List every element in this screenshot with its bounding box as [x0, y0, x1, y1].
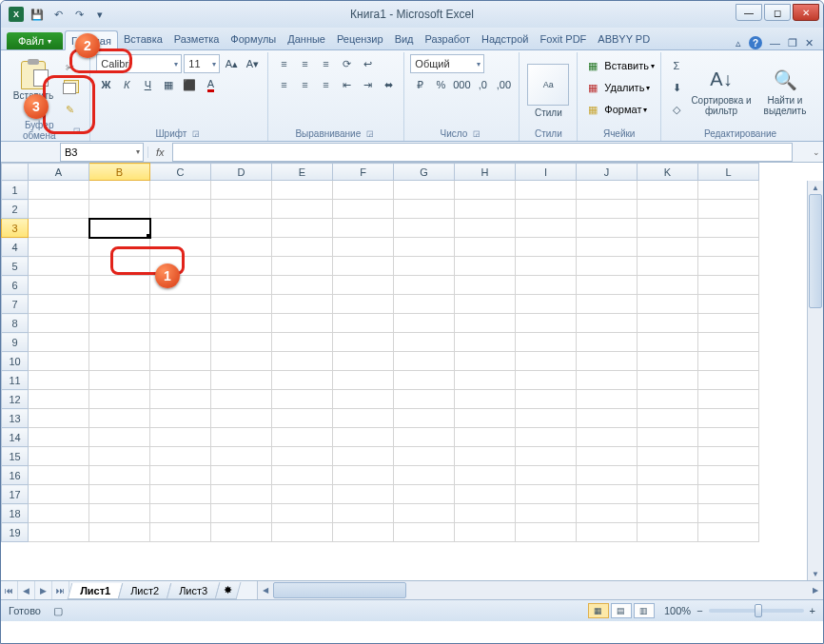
cell-D19[interactable] — [211, 523, 272, 542]
cell-I5[interactable] — [516, 257, 577, 276]
cell-B6[interactable] — [89, 276, 150, 295]
cell-H9[interactable] — [455, 333, 516, 352]
row-header-18[interactable]: 18 — [2, 504, 29, 523]
cell-F8[interactable] — [333, 314, 394, 333]
cell-C9[interactable] — [150, 333, 211, 352]
decrease-indent-icon[interactable]: ⇤ — [337, 75, 356, 94]
cell-G4[interactable] — [394, 238, 455, 257]
grow-font-icon[interactable]: A▴ — [222, 54, 241, 73]
cell-E11[interactable] — [272, 371, 333, 390]
orientation-icon[interactable]: ⟳ — [337, 54, 356, 73]
cell-C16[interactable] — [150, 466, 211, 485]
cell-I2[interactable] — [516, 200, 577, 219]
cell-G10[interactable] — [394, 352, 455, 371]
worksheet-grid[interactable]: ABCDEFGHIJKL1234567891011121314151617181… — [1, 163, 823, 581]
cell-L3[interactable] — [698, 219, 759, 238]
cell-C12[interactable] — [150, 390, 211, 409]
cell-I11[interactable] — [516, 371, 577, 390]
cell-A12[interactable] — [29, 390, 89, 409]
maximize-button[interactable]: ◻ — [764, 4, 791, 21]
cell-C19[interactable] — [150, 523, 211, 542]
cell-J7[interactable] — [577, 295, 638, 314]
zoom-slider[interactable] — [709, 609, 804, 613]
align-top-icon[interactable]: ≡ — [274, 54, 293, 73]
cell-K18[interactable] — [638, 504, 698, 523]
row-header-8[interactable]: 8 — [2, 314, 29, 333]
cell-G1[interactable] — [394, 181, 455, 200]
cell-K5[interactable] — [638, 257, 698, 276]
row-header-2[interactable]: 2 — [2, 200, 29, 219]
cell-B13[interactable] — [89, 409, 150, 428]
cell-J5[interactable] — [577, 257, 638, 276]
currency-icon[interactable]: ₽ — [410, 75, 429, 94]
cell-F16[interactable] — [333, 466, 394, 485]
cell-F10[interactable] — [333, 352, 394, 371]
cell-K14[interactable] — [638, 428, 698, 447]
formula-expand-icon[interactable]: ⌄ — [810, 147, 823, 157]
cell-L10[interactable] — [698, 352, 759, 371]
cell-E7[interactable] — [272, 295, 333, 314]
row-header-17[interactable]: 17 — [2, 485, 29, 504]
horizontal-scrollbar[interactable]: ◀▶ — [257, 581, 823, 599]
cell-J12[interactable] — [577, 390, 638, 409]
cell-C14[interactable] — [150, 428, 211, 447]
col-header-I[interactable]: I — [516, 164, 577, 181]
cell-C8[interactable] — [150, 314, 211, 333]
cell-G11[interactable] — [394, 371, 455, 390]
cell-D3[interactable] — [211, 219, 272, 238]
row-header-11[interactable]: 11 — [2, 371, 29, 390]
mdi-minimize-icon[interactable]: — — [770, 37, 780, 49]
cell-H14[interactable] — [455, 428, 516, 447]
cell-G2[interactable] — [394, 200, 455, 219]
cell-D14[interactable] — [211, 428, 272, 447]
cell-I14[interactable] — [516, 428, 577, 447]
cell-G17[interactable] — [394, 485, 455, 504]
clear-icon[interactable] — [667, 100, 686, 119]
cell-L4[interactable] — [698, 238, 759, 257]
format-painter-icon[interactable]: ✎ — [60, 100, 79, 119]
cell-G13[interactable] — [394, 409, 455, 428]
ribbon-minimize-icon[interactable]: ▵ — [736, 37, 741, 49]
tab-главная[interactable]: Главная — [65, 30, 118, 50]
cell-E4[interactable] — [272, 238, 333, 257]
cell-F18[interactable] — [333, 504, 394, 523]
styles-button[interactable]: Aa Стили — [525, 54, 571, 127]
underline-button[interactable]: Ч — [138, 75, 157, 94]
cell-D10[interactable] — [211, 352, 272, 371]
qat-redo-icon[interactable]: ↷ — [71, 7, 87, 22]
cell-L19[interactable] — [698, 523, 759, 542]
cell-I12[interactable] — [516, 390, 577, 409]
cell-G5[interactable] — [394, 257, 455, 276]
cell-C17[interactable] — [150, 485, 211, 504]
cell-F13[interactable] — [333, 409, 394, 428]
qat-undo-icon[interactable]: ↶ — [50, 7, 66, 22]
cell-J9[interactable] — [577, 333, 638, 352]
tab-данные[interactable]: Данные — [282, 29, 331, 49]
shrink-font-icon[interactable]: A▾ — [243, 54, 262, 73]
row-header-9[interactable]: 9 — [2, 333, 29, 352]
cell-B5[interactable] — [89, 257, 150, 276]
new-sheet-icon[interactable]: ✸ — [215, 582, 242, 599]
row-header-19[interactable]: 19 — [2, 523, 29, 542]
cell-F1[interactable] — [333, 181, 394, 200]
fill-icon[interactable] — [667, 78, 686, 97]
sheet-nav-first-icon[interactable]: ⏮ — [1, 581, 18, 599]
cell-L2[interactable] — [698, 200, 759, 219]
cell-F14[interactable] — [333, 428, 394, 447]
cell-J10[interactable] — [577, 352, 638, 371]
page-break-view-icon[interactable]: ▥ — [634, 603, 655, 618]
cell-C1[interactable] — [150, 181, 211, 200]
cell-E12[interactable] — [272, 390, 333, 409]
qat-customize-icon[interactable]: ▾ — [92, 7, 108, 22]
cell-I9[interactable] — [516, 333, 577, 352]
cell-H18[interactable] — [455, 504, 516, 523]
mdi-restore-icon[interactable]: ❐ — [788, 37, 797, 49]
col-header-C[interactable]: C — [150, 164, 211, 181]
cell-K16[interactable] — [638, 466, 698, 485]
macro-record-icon[interactable]: ▢ — [49, 601, 68, 620]
normal-view-icon[interactable]: ▦ — [588, 603, 609, 618]
cell-D6[interactable] — [211, 276, 272, 295]
cell-A16[interactable] — [29, 466, 89, 485]
row-header-1[interactable]: 1 — [2, 181, 29, 200]
cell-E1[interactable] — [272, 181, 333, 200]
